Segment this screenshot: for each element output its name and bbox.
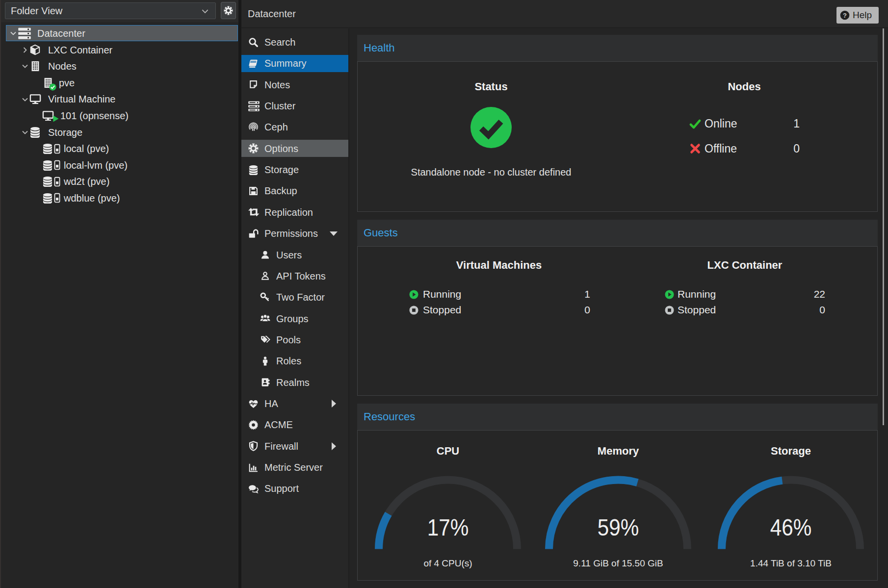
svg-text:?: ? [843, 12, 847, 19]
